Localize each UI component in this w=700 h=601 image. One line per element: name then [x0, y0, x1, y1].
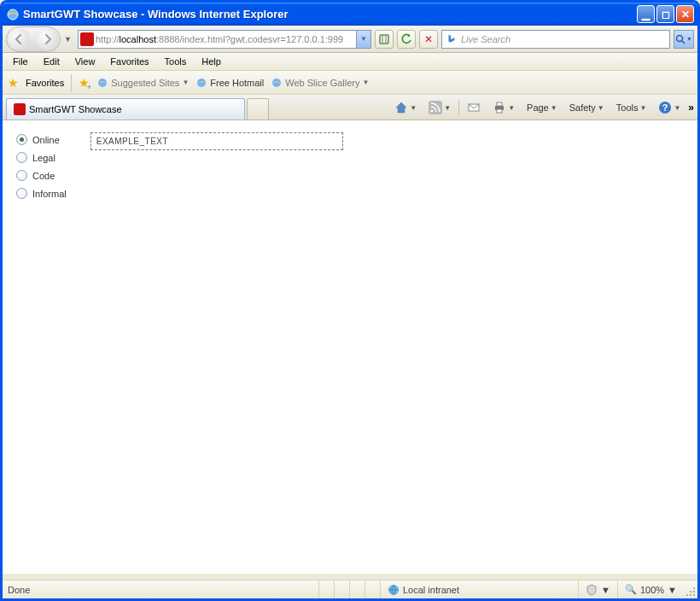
svg-point-16 — [693, 587, 695, 589]
search-go-button[interactable]: ▼ — [674, 30, 694, 49]
svg-rect-11 — [497, 102, 502, 106]
radio-code[interactable]: Code — [16, 170, 67, 181]
chevron-down-icon: ▼ — [668, 585, 677, 595]
svg-text:?: ? — [662, 102, 668, 113]
status-text: Done — [3, 585, 318, 595]
tab-title: SmartGWT Showcase — [29, 104, 122, 114]
radio-control[interactable] — [16, 152, 27, 163]
favorites-star-icon[interactable]: ★ — [8, 76, 19, 90]
refresh-button[interactable] — [397, 30, 416, 49]
page-menu[interactable]: Page▼ — [522, 98, 562, 117]
example-text-input[interactable] — [90, 132, 343, 150]
menu-favorites[interactable]: Favorites — [103, 54, 155, 69]
bing-icon — [446, 33, 458, 45]
status-panel — [318, 581, 334, 598]
search-placeholder: Live Search — [461, 34, 510, 44]
svg-point-8 — [431, 110, 434, 113]
menu-help[interactable]: Help — [195, 54, 228, 69]
radio-informal[interactable]: Informal — [16, 188, 67, 199]
menu-file[interactable]: File — [6, 54, 35, 69]
free-hotmail-link[interactable]: Free Hotmail — [195, 77, 264, 89]
stop-button[interactable]: ✕ — [419, 30, 438, 49]
menu-view[interactable]: View — [68, 54, 102, 69]
radio-control[interactable] — [16, 188, 27, 199]
ie-icon — [195, 77, 207, 89]
status-panel — [334, 581, 349, 598]
history-dropdown-icon[interactable]: ▼ — [64, 35, 74, 44]
status-bar: Done Local intranet ▼ 🔍 100% ▼ — [3, 580, 697, 598]
forward-button[interactable] — [37, 28, 59, 50]
svg-point-20 — [690, 594, 691, 596]
menu-bar: File Edit View Favorites Tools Help — [3, 53, 697, 71]
minimize-button[interactable]: ▁ — [637, 5, 655, 23]
favorites-bar: ★ Favorites ★+ Suggested Sites ▼ Free Ho… — [3, 71, 697, 95]
radio-legal[interactable]: Legal — [16, 152, 67, 163]
radio-control[interactable] — [16, 170, 27, 181]
navigation-toolbar: ▼ http://localhost:8888/index.html?gwt.c… — [3, 26, 697, 53]
feeds-button[interactable]: ▼ — [424, 98, 455, 117]
search-dropdown-icon: ▼ — [686, 36, 692, 42]
help-icon: ? — [658, 101, 672, 114]
radio-label: Online — [32, 135, 60, 145]
protected-mode[interactable]: ▼ — [578, 581, 617, 598]
radio-group: Online Legal Code Informal — [16, 132, 67, 199]
zoom-control[interactable]: 🔍 100% ▼ — [617, 581, 684, 598]
menu-tools[interactable]: Tools — [158, 54, 194, 69]
shield-icon — [586, 584, 598, 596]
chevron-down-icon: ▼ — [362, 79, 369, 86]
svg-rect-12 — [497, 109, 502, 113]
chevron-down-icon: ▼ — [182, 79, 189, 86]
compat-button[interactable] — [375, 30, 394, 49]
radio-online[interactable]: Online — [16, 134, 67, 145]
help-button[interactable]: ? ▼ — [654, 98, 685, 117]
print-button[interactable]: ▼ — [488, 98, 519, 117]
radio-label: Code — [32, 171, 55, 181]
readmail-button[interactable] — [463, 98, 485, 117]
separator — [71, 74, 72, 91]
command-bar: ▼ ▼ ▼ Page▼ Safety▼ Tools▼ ? ▼ » — [390, 98, 694, 117]
svg-point-2 — [677, 35, 683, 41]
site-icon — [80, 32, 94, 46]
back-button[interactable] — [8, 28, 30, 50]
print-icon — [493, 101, 506, 114]
zone-icon — [388, 584, 400, 596]
zoom-value: 100% — [640, 585, 664, 595]
ie-logo-icon — [6, 8, 20, 21]
window-title: SmartGWT Showcase - Windows Internet Exp… — [23, 8, 637, 20]
chevron-down-icon: ▼ — [601, 585, 610, 595]
menu-edit[interactable]: Edit — [37, 54, 67, 69]
home-icon — [394, 101, 408, 114]
maximize-button[interactable]: ◻ — [656, 5, 674, 23]
tab-bar: SmartGWT Showcase ▼ ▼ ▼ Page▼ Safety▼ To… — [3, 95, 697, 120]
zoom-icon: 🔍 — [625, 584, 637, 595]
add-favorite-icon[interactable]: ★+ — [79, 76, 90, 90]
resize-grip[interactable] — [684, 581, 697, 598]
safety-menu[interactable]: Safety▼ — [565, 98, 609, 117]
tab-active[interactable]: SmartGWT Showcase — [6, 98, 245, 120]
svg-point-21 — [693, 594, 695, 596]
address-dropdown[interactable]: ▼ — [357, 30, 371, 49]
close-button[interactable]: ✕ — [676, 5, 694, 23]
radio-control[interactable] — [16, 134, 27, 145]
tab-favicon — [14, 103, 26, 115]
overflow-icon[interactable]: » — [688, 102, 694, 114]
web-slice-link[interactable]: Web Slice Gallery ▼ — [271, 77, 369, 89]
svg-line-3 — [682, 41, 685, 44]
grip-icon — [685, 586, 696, 597]
tools-menu[interactable]: Tools▼ — [612, 98, 651, 117]
ie-icon — [271, 77, 283, 89]
favorites-label[interactable]: Favorites — [26, 78, 64, 88]
status-panel — [349, 581, 365, 598]
home-button[interactable]: ▼ — [390, 98, 421, 117]
suggested-sites-link[interactable]: Suggested Sites ▼ — [96, 77, 189, 89]
search-input[interactable]: Live Search — [441, 30, 670, 49]
rss-icon — [429, 101, 442, 114]
status-panel — [365, 581, 380, 598]
ie-icon — [96, 77, 108, 89]
new-tab-button[interactable] — [247, 98, 269, 120]
svg-point-18 — [693, 591, 695, 592]
svg-point-19 — [686, 594, 688, 596]
address-bar[interactable]: http://localhost:8888/index.html?gwt.cod… — [78, 30, 357, 49]
security-zone[interactable]: Local intranet — [380, 581, 499, 598]
svg-rect-7 — [429, 101, 442, 114]
